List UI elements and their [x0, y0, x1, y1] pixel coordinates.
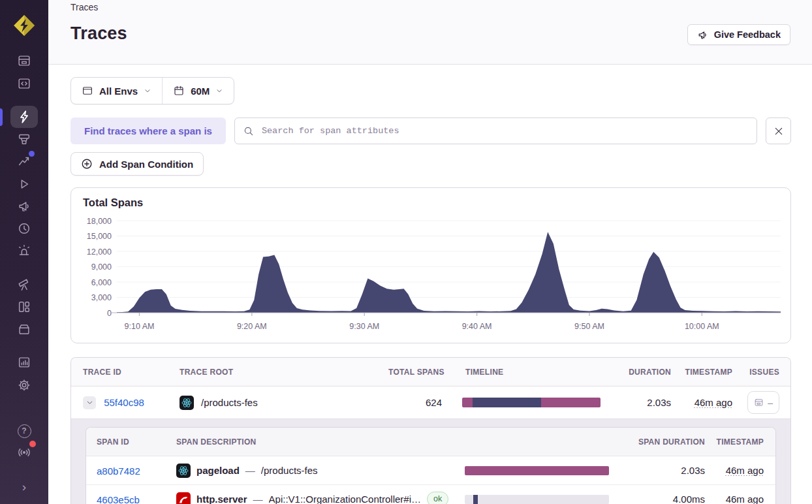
col-timeline: TIMELINE: [460, 368, 617, 377]
span-timeline-bar[interactable]: [465, 495, 609, 504]
col-span-id: SPAN ID: [86, 437, 166, 447]
span-separator: —: [245, 465, 255, 476]
total-spans-chart: 03,0006,0009,00012,00015,00018,0009:10 A…: [71, 188, 792, 343]
sidebar-item-insights[interactable]: [10, 150, 38, 172]
sidebar-item-help[interactable]: ?: [10, 420, 38, 442]
span-search-box[interactable]: [234, 118, 757, 144]
siren-icon: [17, 244, 31, 258]
react-platform-icon: [176, 464, 191, 478]
sidebar-item-projects[interactable]: [10, 72, 38, 95]
chevron-down-icon: [86, 398, 94, 407]
sidebar-item-dashboards[interactable]: [10, 296, 38, 318]
telescope-icon: [17, 277, 31, 292]
stats-icon: [17, 355, 31, 370]
col-trace-id: TRACE ID: [71, 368, 168, 377]
time-range-filter[interactable]: 60M: [163, 78, 234, 104]
span-row: 4603e5cb http.server — Api::V1::Organiza…: [86, 485, 775, 504]
circle-plus-icon: [81, 158, 93, 170]
sidebar-item-releases[interactable]: [10, 318, 38, 340]
span-search-input[interactable]: [260, 125, 749, 136]
span-id-link[interactable]: 4603e5cb: [97, 494, 140, 504]
col-span-timestamp: TIMESTAMP: [705, 437, 764, 447]
span-status-badge: ok: [427, 492, 448, 504]
megaphone-icon: [697, 29, 708, 40]
col-span-description: SPAN DESCRIPTION: [166, 437, 460, 447]
give-feedback-button[interactable]: Give Feedback: [687, 24, 790, 45]
sidebar-item-stats[interactable]: [10, 351, 38, 373]
environment-filter[interactable]: All Envs: [71, 78, 162, 104]
chevron-down-icon: [215, 87, 223, 95]
trace-timestamp-link[interactable]: 46m ago: [695, 397, 732, 408]
span-description[interactable]: /products-fes: [261, 465, 318, 476]
add-span-condition-label: Add Span Condition: [99, 159, 193, 170]
profiling-icon: [17, 132, 31, 146]
span-duration: 4.00ms: [616, 494, 705, 504]
svg-text:15,000: 15,000: [87, 232, 112, 241]
topbar: Traces Traces Give Feedback: [48, 0, 812, 65]
issues-count: –: [768, 398, 773, 408]
sidebar-item-crons[interactable]: [10, 217, 38, 240]
collapse-trace-button[interactable]: [83, 396, 96, 409]
sidebar-item-discover[interactable]: [10, 274, 38, 296]
environment-filter-label: All Envs: [99, 86, 138, 97]
span-description[interactable]: Api::V1::OrganizationController#i…: [269, 494, 421, 504]
megaphone-icon: [17, 199, 31, 213]
span-id-link[interactable]: a80b7482: [97, 465, 140, 477]
traces-table-header: TRACE ID TRACE ROOT TOTAL SPANS TIMELINE…: [71, 358, 790, 386]
span-timeline-bar[interactable]: [465, 466, 609, 475]
svg-text:9:50 AM: 9:50 AM: [574, 322, 604, 331]
sidebar-item-issues[interactable]: [10, 50, 38, 72]
sidebar-item-whats-new[interactable]: [10, 441, 38, 464]
span-timestamp-link[interactable]: 46m ago: [726, 494, 764, 504]
svg-text:18,000: 18,000: [87, 217, 112, 226]
svg-text:9:10 AM: 9:10 AM: [125, 322, 155, 331]
issues-icon: [754, 398, 764, 407]
span-duration: 2.03s: [616, 465, 705, 476]
svg-text:0: 0: [107, 309, 112, 318]
traces-table: TRACE ID TRACE ROOT TOTAL SPANS TIMELINE…: [70, 357, 791, 504]
clock-icon: [17, 221, 31, 236]
sidebar-collapse-button[interactable]: ›: [10, 475, 38, 497]
window-icon: [82, 85, 93, 97]
react-platform-icon: [180, 396, 194, 410]
span-timestamp-link[interactable]: 46m ago: [726, 465, 764, 476]
total-spans-value: 624: [388, 397, 460, 408]
span-row: a80b7482: [86, 456, 775, 485]
breadcrumb[interactable]: Traces: [70, 2, 98, 12]
sidebar-item-alerts[interactable]: [10, 240, 38, 262]
trace-duration: 2.03s: [617, 397, 672, 408]
svg-text:10:00 AM: 10:00 AM: [685, 322, 719, 331]
svg-text:3,000: 3,000: [91, 293, 112, 302]
expanded-trace-section: SPAN ID SPAN DESCRIPTION SPAN DURATION T…: [71, 418, 790, 504]
gear-icon: [17, 378, 31, 392]
trace-id-link[interactable]: 55f40c98: [104, 397, 144, 408]
trace-root-name[interactable]: /products-fes: [201, 397, 258, 408]
spans-table-header: SPAN ID SPAN DESCRIPTION SPAN DURATION T…: [86, 428, 775, 456]
svg-text:9,000: 9,000: [91, 262, 112, 272]
svg-text:6,000: 6,000: [91, 278, 112, 287]
broadcast-icon: [16, 445, 32, 460]
dashboards-icon: [17, 300, 31, 314]
time-range-filter-label: 60M: [191, 86, 210, 97]
trace-timeline-bar[interactable]: [462, 398, 601, 407]
sidebar-item-feedback[interactable]: [10, 195, 38, 217]
trace-issues-button[interactable]: –: [747, 391, 779, 414]
active-nav-indicator: [0, 108, 3, 126]
col-issues: ISSUES: [738, 368, 790, 377]
svg-text:9:40 AM: 9:40 AM: [462, 322, 492, 331]
insights-icon: [17, 154, 31, 168]
add-span-condition-button[interactable]: Add Span Condition: [70, 152, 204, 176]
sidebar-item-traces[interactable]: [10, 106, 38, 128]
sidebar: ? ›: [0, 0, 48, 504]
give-feedback-label: Give Feedback: [714, 29, 781, 40]
clear-search-button[interactable]: [766, 118, 791, 144]
span-op: pageload: [196, 465, 240, 476]
sidebar-item-profiling[interactable]: [10, 128, 38, 150]
sidebar-item-settings[interactable]: [10, 374, 38, 396]
span-op: http.server: [196, 494, 247, 504]
issues-icon: [17, 54, 31, 68]
filter-bar: All Envs 60M: [70, 77, 234, 104]
sentry-logo[interactable]: [10, 12, 38, 39]
svg-text:9:20 AM: 9:20 AM: [237, 322, 267, 331]
sidebar-item-replays[interactable]: [10, 173, 38, 195]
